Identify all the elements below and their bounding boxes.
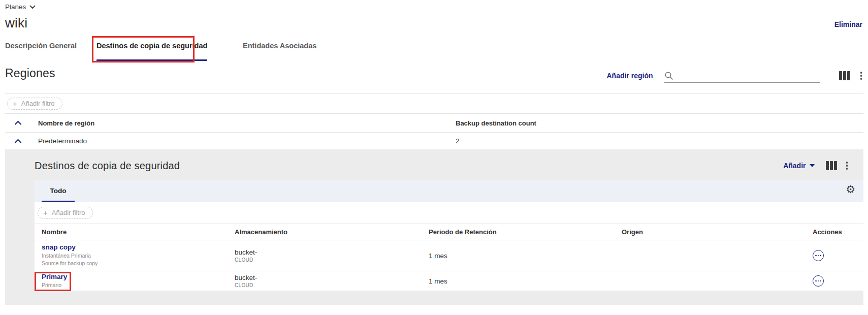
row-actions-ellipsis-button[interactable] (813, 250, 824, 261)
tab-destinos-copia-seguridad[interactable]: Destinos de copia de seguridad (97, 40, 207, 61)
destination-sub-label: Source for backup copy (42, 260, 228, 267)
column-header-nombre-region[interactable]: Nombre de región (30, 119, 454, 127)
regions-table-header: Nombre de región Backup destination coun… (5, 114, 863, 133)
destinations-table-header: Nombre Almacenamiento Periodo de Retenci… (35, 224, 863, 240)
storage-name: bucket- (235, 274, 422, 282)
more-options-icon[interactable] (859, 71, 864, 81)
chevron-down-icon (29, 5, 36, 9)
tab-entidades-asociadas[interactable]: Entidades Asociadas (243, 40, 316, 61)
breadcrumb-label: Planes (5, 3, 26, 11)
add-filter-label: Añadir filtro (21, 100, 55, 107)
region-destination-count: 2 (454, 137, 863, 145)
breadcrumb-planes[interactable]: Planes (5, 3, 36, 11)
sort-chevron-up-icon[interactable] (5, 120, 30, 125)
tab-todo[interactable]: Todo (42, 180, 75, 202)
panel-title: Destinos de copia de seguridad (35, 160, 180, 172)
retention-value: 1 mes (422, 252, 615, 260)
column-header-backup-destination-count[interactable]: Backup destination count (454, 119, 863, 127)
destinations-tabbar: Todo ⚙ (35, 180, 863, 202)
region-name: Predeterminado (30, 137, 454, 145)
search-icon (664, 71, 673, 80)
plan-detail-page: Planes wiki Eliminar Descripción General… (0, 0, 868, 315)
column-header-periodo-retencion[interactable]: Periodo de Retención (422, 228, 615, 236)
regions-search-input[interactable] (677, 70, 820, 82)
plus-icon: + (13, 100, 17, 107)
table-row-primary[interactable]: Primary Primario bucket- CLOUD 1 mes (35, 271, 863, 291)
storage-type: CLOUD (235, 257, 422, 263)
add-region-button[interactable]: Añadir región (606, 72, 653, 80)
destinations-add-filter-button[interactable]: + Añadir filtro (38, 207, 93, 219)
page-title: wiki (5, 15, 27, 31)
table-row-snap-copy[interactable]: snap copy Instantánea Primaria Source fo… (35, 240, 863, 271)
retention-value: 1 mes (422, 277, 615, 285)
tab-strip: Descripción General Destinos de copia de… (0, 40, 868, 61)
tab-descripcion-general[interactable]: Descripción General (5, 40, 77, 61)
destinations-toolbar: Añadir (783, 161, 849, 171)
regions-add-filter-button[interactable]: + Añadir filtro (7, 98, 62, 110)
destinations-table-card: + Añadir filtro Nombre Almacenamiento Pe… (35, 202, 863, 291)
column-header-origen[interactable]: Origen (615, 228, 802, 236)
columns-icon[interactable] (826, 161, 837, 170)
delete-plan-button[interactable]: Eliminar (834, 20, 862, 28)
regions-filter-row: + Añadir filtro (5, 94, 863, 114)
more-options-icon[interactable] (845, 161, 850, 171)
destination-name-link[interactable]: Primary (42, 273, 228, 281)
storage-name: bucket- (235, 248, 422, 257)
row-actions-ellipsis-button[interactable] (813, 275, 824, 287)
storage-type: CLOUD (235, 282, 422, 288)
column-header-almacenamiento[interactable]: Almacenamiento (228, 228, 422, 236)
column-header-acciones: Acciones (802, 228, 863, 236)
caret-down-icon (810, 164, 815, 167)
columns-icon[interactable] (839, 71, 850, 80)
add-destination-dropdown[interactable]: Añadir (783, 162, 814, 170)
regions-search (664, 69, 820, 83)
destination-sub-label: Instantánea Primaria (42, 253, 228, 259)
column-header-nombre[interactable]: Nombre (35, 228, 228, 236)
collapse-chevron-up-icon[interactable] (5, 139, 30, 144)
regions-toolbar: Añadir región (606, 68, 863, 84)
table-row-predeterminado[interactable]: Predeterminado 2 (5, 133, 863, 150)
backup-destinations-panel: Destinos de copia de seguridad Añadir To… (5, 149, 863, 305)
destination-sub-label: Primario (42, 282, 228, 289)
regions-section-title: Regiones (5, 67, 55, 80)
plus-icon: + (43, 209, 48, 216)
destinations-filter-row: + Añadir filtro (35, 202, 863, 224)
add-destination-label: Añadir (783, 162, 806, 170)
add-filter-label: Añadir filtro (52, 209, 85, 216)
regions-table: + Añadir filtro Nombre de región Backup … (5, 93, 863, 150)
gear-icon[interactable]: ⚙ (846, 184, 855, 195)
destination-name-link[interactable]: snap copy (42, 244, 228, 251)
